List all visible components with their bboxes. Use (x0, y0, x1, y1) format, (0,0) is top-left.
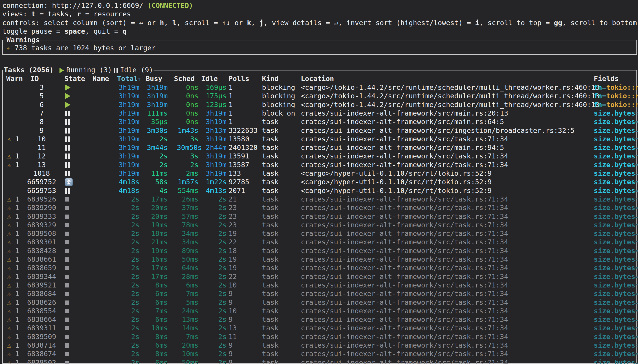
idle-icon (65, 162, 70, 168)
task-fields: size.bytes= (594, 144, 638, 152)
polls-count: 22 (228, 272, 237, 281)
help-text: ↑↓ (222, 19, 230, 27)
task-fields: size.bytes= (594, 118, 638, 126)
state-cell (64, 186, 74, 195)
task-row[interactable]: ⚠168385022s6ms50ms2s8taskcrates/sui-inde… (3, 358, 638, 364)
running-icon (65, 93, 70, 99)
warning-triangle-icon: ⚠ (7, 264, 11, 272)
state-cell (64, 255, 74, 264)
task-row[interactable]: 73h19m111ms0ns3h19m1block_oncrates/sui-i… (3, 109, 638, 118)
busy-duration: 8ms (146, 281, 168, 290)
column-header-busy[interactable]: Busy (146, 74, 162, 83)
task-location: crates/sui-indexer-alt-framework/src/tas… (301, 212, 508, 221)
column-header-location[interactable]: Location (301, 74, 334, 83)
task-row[interactable]: 33h19m3h19m0ns169µs1blocking<cargo>/toki… (3, 83, 638, 92)
idle-duration: 2s (205, 221, 226, 229)
task-row[interactable]: ⚠168386642s6ms13ms2s9taskcrates/sui-inde… (3, 315, 638, 324)
warning-triangle-icon: ⚠ (7, 255, 11, 264)
task-row[interactable]: 93h19m3m30s1m43s3h13m3322633taskcrates/s… (3, 126, 638, 135)
column-header-warn[interactable]: Warn (6, 74, 23, 83)
task-location: crates/sui-indexer-alt-framework/src/tas… (301, 255, 508, 264)
sched-duration: 13ms (177, 315, 198, 324)
task-row[interactable]: ⚠168385542s7ms24ms2s10taskcrates/sui-ind… (3, 307, 638, 315)
busy-duration: 19ms (146, 221, 168, 229)
warning-triangle-icon: ⚠ (7, 238, 11, 246)
completed-icon (65, 197, 69, 202)
task-row[interactable]: ⚠168386262s6ms5ms2s9taskcrates/sui-index… (3, 298, 638, 307)
task-row[interactable]: 66597534m18s4s554ms4m13s2071task<cargo>/… (3, 186, 638, 195)
task-row[interactable]: ⚠1103h19m2s3s3h19m13580taskcrates/sui-in… (3, 135, 638, 144)
task-row[interactable]: ⚠1133h19m2s2s3h19m13587taskcrates/sui-in… (3, 161, 638, 169)
task-row[interactable]: 63h19m3h19m0ns123µs1blocking<cargo>/toki… (3, 100, 638, 109)
task-row[interactable]: ⚠168395262s17ms26ms2s21taskcrates/sui-in… (3, 195, 638, 204)
tab-idle[interactable]: Idle (9) (120, 66, 153, 74)
task-location: crates/sui-indexer-alt-framework/src/ing… (301, 126, 574, 135)
task-row[interactable]: 10183h19m11ms2ms3h19m133task<cargo>/hype… (3, 169, 638, 178)
column-header-polls[interactable]: Polls (228, 74, 249, 83)
task-row[interactable]: ⚠168393442s17ms28ms2s22taskcrates/sui-in… (3, 272, 638, 281)
task-row[interactable]: ⚠168386612s16ms50ms2s19taskcrates/sui-in… (3, 255, 638, 264)
busy-duration: 18ms (146, 229, 168, 238)
completed-icon (65, 258, 69, 262)
task-row[interactable]: ⚠168386742s8ms10ms2s9taskcrates/sui-inde… (3, 350, 638, 358)
warning-triangle-icon: ⚠ (7, 221, 11, 229)
task-fields: size.bytes= (594, 152, 638, 160)
play-icon (60, 68, 64, 73)
idle-duration: 2s (205, 264, 226, 272)
column-header-name[interactable]: Name (92, 74, 109, 83)
task-row[interactable]: ⚠168387142s6ms20ms2s9taskcrates/sui-inde… (3, 341, 638, 350)
task-row[interactable]: ⚠168393112s10ms14ms2s13taskcrates/sui-in… (3, 324, 638, 332)
task-row[interactable]: ⚠168395082s18ms34ms2s19taskcrates/sui-in… (3, 229, 638, 238)
column-header-state[interactable]: State (64, 74, 85, 83)
task-row[interactable]: ⚠168393012s21ms34ms2s22taskcrates/sui-in… (3, 238, 638, 246)
column-header-fields[interactable]: Fields (594, 74, 619, 83)
total-duration: 2s (118, 238, 140, 246)
task-row[interactable]: ⚠168386592s17ms64ms2s19taskcrates/sui-in… (3, 264, 638, 272)
task-kind: task (262, 178, 278, 186)
sched-duration: 37ms (177, 204, 198, 212)
idle-duration: 2s (205, 238, 226, 246)
task-row[interactable]: ⚠168386842s6ms7ms2s9taskcrates/sui-index… (3, 290, 638, 298)
task-row[interactable]: 66597524m18s58s1m57s1m22s92785task<cargo… (3, 178, 638, 186)
column-header-total[interactable]: Total▿ (117, 74, 141, 84)
tab-running[interactable]: Running (3) (66, 66, 112, 74)
column-header-sched[interactable]: Sched (174, 74, 195, 83)
idle-icon (65, 171, 70, 176)
busy-duration: 3m44s (146, 144, 168, 152)
tab-tasks[interactable]: Tasks (2056) (4, 66, 54, 74)
task-row[interactable]: 83h19m35µs0ns3h19m1taskcrates/sui-indexe… (3, 118, 638, 126)
task-row[interactable]: 53h19m3h19m0ns175µs1blocking<cargo>/toki… (3, 92, 638, 100)
completed-icon (65, 352, 69, 356)
state-cell (64, 178, 74, 186)
task-row[interactable]: ⚠1123h19m2s3s3h19m13591taskcrates/sui-in… (3, 152, 638, 160)
warn-count: 1 (15, 341, 19, 350)
busy-duration: 17ms (146, 195, 168, 204)
completed-icon (65, 318, 69, 322)
task-row[interactable]: ⚠168392902s20ms37ms2s23taskcrates/sui-in… (3, 204, 638, 212)
task-row[interactable]: ⚠168393332s20ms57ms2s23taskcrates/sui-in… (3, 212, 638, 221)
sched-duration: 34ms (177, 238, 198, 246)
column-header-kind[interactable]: Kind (262, 74, 278, 83)
task-row[interactable]: ⚠168393292s19ms78ms2s23taskcrates/sui-in… (3, 221, 638, 229)
warn-count: 1 (15, 324, 19, 332)
task-row[interactable]: ⚠168395212s8ms6ms2s10taskcrates/sui-inde… (3, 281, 638, 290)
task-row[interactable]: ⚠168395092s8ms7ms2s11taskcrates/sui-inde… (3, 332, 638, 341)
task-id: 6838714 (23, 341, 60, 350)
task-row[interactable]: 113h19m3m44s30m50s2h44m2401320taskcrates… (3, 144, 638, 152)
idle-duration: 2s (205, 195, 226, 204)
task-row[interactable]: ⚠168384282s19ms89ms2s18taskcrates/sui-in… (3, 247, 638, 255)
column-header-id[interactable]: ID (30, 74, 39, 83)
task-kind: task (262, 135, 278, 144)
task-location: <cargo>/hyper-util-0.1.10/src/rt/tokio.r… (301, 186, 492, 195)
warning-triangle-icon: ⚠ (6, 44, 10, 52)
polls-count: 1 (228, 100, 232, 109)
task-kind: task (262, 264, 278, 272)
task-fields: size.bytes= (594, 315, 638, 324)
help-text: = resources (81, 10, 131, 18)
column-header-idle[interactable]: Idle (201, 74, 218, 83)
total-duration: 2s (118, 221, 140, 229)
task-id: 9 (23, 126, 60, 135)
task-location: crates/sui-indexer-alt-framework/src/tas… (301, 358, 508, 364)
task-kind: task (262, 281, 278, 290)
busy-duration: 8ms (146, 350, 168, 358)
